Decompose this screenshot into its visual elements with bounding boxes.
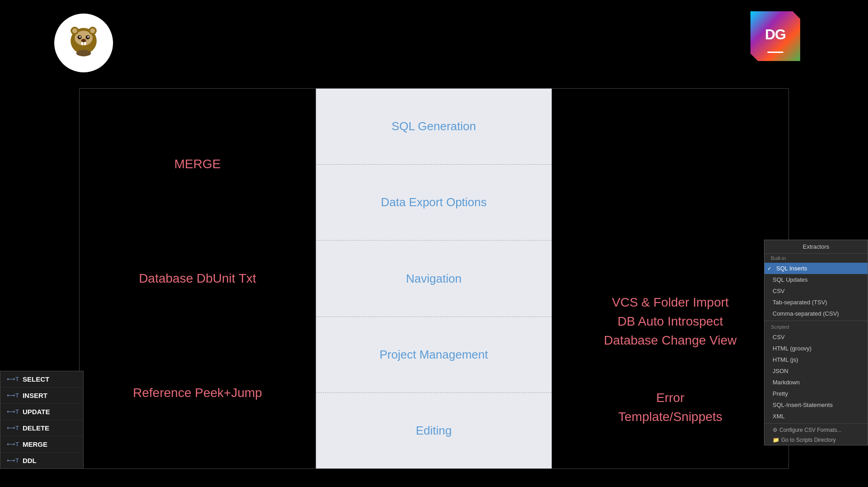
- svg-point-9: [87, 36, 89, 38]
- csv-scripted-label: CSV: [773, 334, 785, 340]
- folder-icon: [773, 437, 779, 443]
- center-item-sql-generation[interactable]: SQL Generation: [316, 89, 552, 165]
- extractor-xml[interactable]: XML: [764, 411, 868, 422]
- sql-inserts-label: SQL Inserts: [776, 265, 807, 272]
- select-icon: ⟷T: [7, 376, 19, 383]
- ddl-icon: ⟷T: [7, 457, 19, 464]
- extractor-markdown[interactable]: Markdown: [764, 377, 868, 388]
- insert-icon: ⟷T: [7, 392, 19, 399]
- left-item-reference: Reference Peek+Jump: [93, 386, 302, 400]
- sql-menu-insert[interactable]: ⟷T INSERT: [0, 388, 83, 404]
- merge-label: MERGE: [23, 440, 47, 448]
- csv-builtin-label: CSV: [773, 288, 785, 294]
- update-label: UPDATE: [23, 408, 50, 416]
- svg-point-8: [79, 36, 81, 38]
- sql-menu-update[interactable]: ⟷T UPDATE: [0, 404, 83, 420]
- go-to-scripts-button[interactable]: Go to Scripts Directory: [764, 435, 868, 445]
- extractor-sql-inserts[interactable]: SQL Inserts: [764, 263, 868, 274]
- extractors-menu: Extractors Built-in SQL Inserts SQL Upda…: [764, 240, 868, 445]
- delete-label: DELETE: [23, 424, 49, 432]
- right-column: VCS & Folder Import DB Auto Introspect D…: [552, 89, 788, 468]
- sql-insert-statements-label: SQL-Insert-Statements: [773, 402, 833, 408]
- ddl-label: DDL: [23, 457, 37, 464]
- left-column: MERGE Database DbUnit Txt Reference Peek…: [80, 89, 316, 468]
- extractor-sql-updates[interactable]: SQL Updates: [764, 274, 868, 285]
- gear-icon: [773, 427, 778, 433]
- sql-menu-delete[interactable]: ⟷T DELETE: [0, 420, 83, 436]
- svg-point-4: [72, 28, 77, 33]
- extractor-sql-insert-statements[interactable]: SQL-Insert-Statements: [764, 399, 868, 411]
- tsv-label: Tab-separated (TSV): [773, 299, 827, 306]
- configure-csv-label: Configure CSV Formats...: [779, 427, 841, 433]
- dg-badge: DG: [750, 11, 800, 61]
- left-item-merge: MERGE: [93, 157, 302, 171]
- svg-point-10: [81, 39, 86, 42]
- sql-menu-merge[interactable]: ⟷T MERGE: [0, 436, 83, 453]
- center-item-project-management[interactable]: Project Management: [316, 317, 552, 393]
- insert-label: INSERT: [23, 392, 47, 399]
- right-item-vcs: VCS & Folder Import DB Auto Introspect D…: [566, 279, 775, 364]
- dg-logo: DG: [750, 11, 814, 66]
- right-item-error: Error Template/Snippets: [566, 364, 775, 450]
- center-item-editing[interactable]: Editing: [316, 393, 552, 468]
- center-item-data-export[interactable]: Data Export Options: [316, 165, 552, 241]
- delete-icon: ⟷T: [7, 425, 19, 431]
- main-grid: MERGE Database DbUnit Txt Reference Peek…: [79, 88, 789, 469]
- select-label: SELECT: [23, 375, 49, 383]
- sql-menu-select[interactable]: ⟷T SELECT: [0, 371, 83, 388]
- scripted-section-label: Scripted: [764, 322, 868, 331]
- extractor-csv-builtin[interactable]: CSV: [764, 285, 868, 297]
- sql-updates-label: SQL Updates: [773, 276, 808, 283]
- merge-icon: ⟷T: [7, 441, 19, 448]
- center-item-navigation[interactable]: Navigation: [316, 241, 552, 317]
- configure-csv-button[interactable]: Configure CSV Formats...: [764, 425, 868, 435]
- extractor-json[interactable]: JSON: [764, 365, 868, 377]
- svg-rect-11: [81, 42, 84, 45]
- go-to-scripts-label: Go to Scripts Directory: [781, 437, 836, 443]
- builtin-section-label: Built-in: [764, 254, 868, 263]
- svg-rect-12: [84, 42, 86, 45]
- beaver-logo: [54, 14, 113, 72]
- left-item-dbunit: Database DbUnit Txt: [93, 271, 302, 286]
- extractors-divider-1: [764, 321, 868, 321]
- html-js-label: HTML (js): [773, 356, 798, 363]
- extractor-csv-scripted[interactable]: CSV: [764, 331, 868, 343]
- update-icon: ⟷T: [7, 408, 19, 415]
- extractors-header: Extractors: [764, 240, 868, 254]
- extractor-html-js[interactable]: HTML (js): [764, 354, 868, 365]
- svg-point-13: [76, 50, 91, 56]
- csv-comma-label: Comma-separated (CSV): [773, 310, 839, 317]
- extractor-pretty[interactable]: Pretty: [764, 388, 868, 399]
- extractors-divider-2: [764, 423, 868, 424]
- pretty-label: Pretty: [773, 390, 788, 397]
- html-groovy-label: HTML (groovy): [773, 345, 811, 352]
- sql-menu-ddl[interactable]: ⟷T DDL: [0, 453, 83, 468]
- extractor-html-groovy[interactable]: HTML (groovy): [764, 343, 868, 354]
- xml-label: XML: [773, 413, 785, 420]
- sql-context-menu: ⟷T SELECT ⟷T INSERT ⟷T UPDATE ⟷T DELETE …: [0, 371, 84, 469]
- json-label: JSON: [773, 368, 788, 374]
- center-column: SQL Generation Data Export Options Navig…: [316, 89, 552, 468]
- extractor-csv-comma[interactable]: Comma-separated (CSV): [764, 308, 868, 319]
- markdown-label: Markdown: [773, 379, 800, 386]
- extractor-tsv[interactable]: Tab-separated (TSV): [764, 297, 868, 308]
- svg-point-5: [90, 28, 95, 33]
